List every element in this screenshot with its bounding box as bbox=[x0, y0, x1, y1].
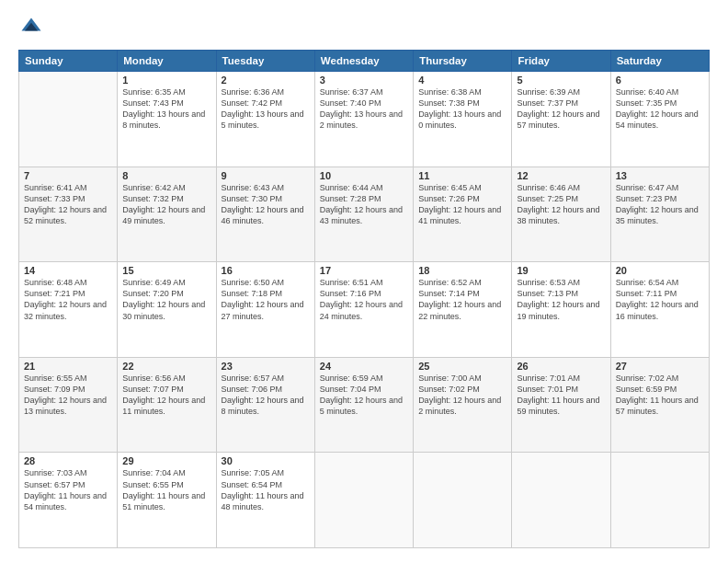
day-info: Sunrise: 6:36 AMSunset: 7:42 PMDaylight:… bbox=[222, 86, 310, 132]
weekday-header-friday: Friday bbox=[512, 51, 610, 72]
day-number: 30 bbox=[222, 455, 310, 466]
calendar-cell: 9Sunrise: 6:43 AMSunset: 7:30 PMDaylight… bbox=[216, 167, 314, 262]
calendar-cell: 16Sunrise: 6:50 AMSunset: 7:18 PMDayligh… bbox=[216, 262, 314, 358]
calendar-week-row: 21Sunrise: 6:55 AMSunset: 7:09 PMDayligh… bbox=[19, 357, 710, 453]
day-number: 9 bbox=[222, 170, 310, 181]
calendar-cell: 5Sunrise: 6:39 AMSunset: 7:37 PMDaylight… bbox=[512, 72, 610, 167]
calendar-cell: 10Sunrise: 6:44 AMSunset: 7:28 PMDayligh… bbox=[314, 167, 413, 262]
day-info: Sunrise: 6:55 AMSunset: 7:09 PMDaylight:… bbox=[24, 373, 112, 418]
day-number: 8 bbox=[122, 170, 210, 181]
calendar-cell bbox=[19, 72, 118, 167]
day-number: 28 bbox=[24, 455, 112, 466]
calendar-cell bbox=[314, 453, 413, 548]
day-info: Sunrise: 7:03 AMSunset: 6:57 PMDaylight:… bbox=[24, 467, 112, 512]
header bbox=[18, 15, 710, 40]
day-number: 22 bbox=[122, 361, 210, 372]
calendar-cell: 24Sunrise: 6:59 AMSunset: 7:04 PMDayligh… bbox=[314, 357, 413, 453]
day-info: Sunrise: 6:53 AMSunset: 7:13 PMDaylight:… bbox=[517, 277, 605, 322]
day-number: 4 bbox=[418, 75, 506, 86]
day-number: 1 bbox=[122, 75, 210, 86]
day-info: Sunrise: 6:43 AMSunset: 7:30 PMDaylight:… bbox=[222, 182, 310, 227]
day-info: Sunrise: 6:40 AMSunset: 7:35 PMDaylight:… bbox=[616, 86, 704, 132]
calendar-cell: 4Sunrise: 6:38 AMSunset: 7:38 PMDaylight… bbox=[414, 72, 512, 167]
day-info: Sunrise: 6:52 AMSunset: 7:14 PMDaylight:… bbox=[418, 277, 506, 322]
calendar-cell bbox=[512, 453, 610, 548]
day-info: Sunrise: 6:49 AMSunset: 7:20 PMDaylight:… bbox=[122, 277, 210, 322]
day-number: 26 bbox=[517, 361, 605, 372]
day-info: Sunrise: 6:47 AMSunset: 7:23 PMDaylight:… bbox=[616, 182, 704, 227]
day-info: Sunrise: 6:48 AMSunset: 7:21 PMDaylight:… bbox=[24, 277, 112, 322]
day-info: Sunrise: 7:02 AMSunset: 6:59 PMDaylight:… bbox=[616, 373, 704, 418]
day-info: Sunrise: 6:44 AMSunset: 7:28 PMDaylight:… bbox=[320, 182, 408, 227]
calendar-cell: 22Sunrise: 6:56 AMSunset: 7:07 PMDayligh… bbox=[118, 357, 216, 453]
weekday-header-saturday: Saturday bbox=[610, 51, 709, 72]
day-number: 15 bbox=[122, 265, 210, 276]
day-info: Sunrise: 6:37 AMSunset: 7:40 PMDaylight:… bbox=[320, 86, 408, 132]
calendar-cell: 18Sunrise: 6:52 AMSunset: 7:14 PMDayligh… bbox=[414, 262, 512, 358]
weekday-header-row: SundayMondayTuesdayWednesdayThursdayFrid… bbox=[19, 51, 710, 72]
calendar-week-row: 14Sunrise: 6:48 AMSunset: 7:21 PMDayligh… bbox=[19, 262, 710, 358]
day-info: Sunrise: 7:01 AMSunset: 7:01 PMDaylight:… bbox=[517, 373, 605, 418]
calendar-cell: 28Sunrise: 7:03 AMSunset: 6:57 PMDayligh… bbox=[19, 453, 118, 548]
day-info: Sunrise: 6:46 AMSunset: 7:25 PMDaylight:… bbox=[517, 182, 605, 227]
day-number: 29 bbox=[122, 455, 210, 466]
day-number: 24 bbox=[320, 361, 408, 372]
calendar-cell: 6Sunrise: 6:40 AMSunset: 7:35 PMDaylight… bbox=[610, 72, 709, 167]
day-info: Sunrise: 6:50 AMSunset: 7:18 PMDaylight:… bbox=[222, 277, 310, 322]
weekday-header-wednesday: Wednesday bbox=[314, 51, 413, 72]
calendar-cell bbox=[610, 453, 709, 548]
logo-icon bbox=[18, 15, 44, 40]
calendar-cell: 15Sunrise: 6:49 AMSunset: 7:20 PMDayligh… bbox=[118, 262, 216, 358]
day-number: 10 bbox=[320, 170, 408, 181]
calendar-cell: 29Sunrise: 7:04 AMSunset: 6:55 PMDayligh… bbox=[118, 453, 216, 548]
calendar-table: SundayMondayTuesdayWednesdayThursdayFrid… bbox=[18, 50, 710, 548]
day-number: 5 bbox=[517, 75, 605, 86]
calendar-week-row: 28Sunrise: 7:03 AMSunset: 6:57 PMDayligh… bbox=[19, 453, 710, 548]
day-info: Sunrise: 6:41 AMSunset: 7:33 PMDaylight:… bbox=[24, 182, 112, 227]
day-number: 16 bbox=[222, 265, 310, 276]
day-number: 27 bbox=[616, 361, 704, 372]
calendar-cell: 20Sunrise: 6:54 AMSunset: 7:11 PMDayligh… bbox=[610, 262, 709, 358]
day-number: 11 bbox=[418, 170, 506, 181]
day-number: 12 bbox=[517, 170, 605, 181]
calendar-cell: 8Sunrise: 6:42 AMSunset: 7:32 PMDaylight… bbox=[118, 167, 216, 262]
calendar-cell: 2Sunrise: 6:36 AMSunset: 7:42 PMDaylight… bbox=[216, 72, 314, 167]
calendar-cell: 12Sunrise: 6:46 AMSunset: 7:25 PMDayligh… bbox=[512, 167, 610, 262]
day-number: 2 bbox=[222, 75, 310, 86]
day-info: Sunrise: 7:05 AMSunset: 6:54 PMDaylight:… bbox=[222, 467, 310, 512]
weekday-header-tuesday: Tuesday bbox=[216, 51, 314, 72]
calendar-cell: 26Sunrise: 7:01 AMSunset: 7:01 PMDayligh… bbox=[512, 357, 610, 453]
day-number: 14 bbox=[24, 265, 112, 276]
day-info: Sunrise: 6:38 AMSunset: 7:38 PMDaylight:… bbox=[418, 86, 506, 132]
day-number: 13 bbox=[616, 170, 704, 181]
day-number: 17 bbox=[320, 265, 408, 276]
day-number: 21 bbox=[24, 361, 112, 372]
day-number: 7 bbox=[24, 170, 112, 181]
calendar-cell bbox=[414, 453, 512, 548]
calendar-cell: 21Sunrise: 6:55 AMSunset: 7:09 PMDayligh… bbox=[19, 357, 118, 453]
day-number: 23 bbox=[222, 361, 310, 372]
day-info: Sunrise: 6:59 AMSunset: 7:04 PMDaylight:… bbox=[320, 373, 408, 418]
day-info: Sunrise: 6:57 AMSunset: 7:06 PMDaylight:… bbox=[222, 373, 310, 418]
calendar-week-row: 1Sunrise: 6:35 AMSunset: 7:43 PMDaylight… bbox=[19, 72, 710, 167]
calendar-cell: 27Sunrise: 7:02 AMSunset: 6:59 PMDayligh… bbox=[610, 357, 709, 453]
calendar-week-row: 7Sunrise: 6:41 AMSunset: 7:33 PMDaylight… bbox=[19, 167, 710, 262]
day-number: 18 bbox=[418, 265, 506, 276]
day-info: Sunrise: 6:54 AMSunset: 7:11 PMDaylight:… bbox=[616, 277, 704, 322]
calendar-cell: 1Sunrise: 6:35 AMSunset: 7:43 PMDaylight… bbox=[118, 72, 216, 167]
calendar-cell: 7Sunrise: 6:41 AMSunset: 7:33 PMDaylight… bbox=[19, 167, 118, 262]
day-info: Sunrise: 6:56 AMSunset: 7:07 PMDaylight:… bbox=[122, 373, 210, 418]
day-info: Sunrise: 6:45 AMSunset: 7:26 PMDaylight:… bbox=[418, 182, 506, 227]
day-number: 6 bbox=[616, 75, 704, 86]
calendar-cell: 13Sunrise: 6:47 AMSunset: 7:23 PMDayligh… bbox=[610, 167, 709, 262]
calendar-cell: 14Sunrise: 6:48 AMSunset: 7:21 PMDayligh… bbox=[19, 262, 118, 358]
calendar-cell: 25Sunrise: 7:00 AMSunset: 7:02 PMDayligh… bbox=[414, 357, 512, 453]
calendar-cell: 19Sunrise: 6:53 AMSunset: 7:13 PMDayligh… bbox=[512, 262, 610, 358]
day-number: 19 bbox=[517, 265, 605, 276]
day-number: 25 bbox=[418, 361, 506, 372]
calendar-cell: 23Sunrise: 6:57 AMSunset: 7:06 PMDayligh… bbox=[216, 357, 314, 453]
calendar-cell: 30Sunrise: 7:05 AMSunset: 6:54 PMDayligh… bbox=[216, 453, 314, 548]
day-info: Sunrise: 6:35 AMSunset: 7:43 PMDaylight:… bbox=[122, 86, 210, 132]
day-number: 20 bbox=[616, 265, 704, 276]
page: SundayMondayTuesdayWednesdayThursdayFrid… bbox=[0, 0, 728, 563]
